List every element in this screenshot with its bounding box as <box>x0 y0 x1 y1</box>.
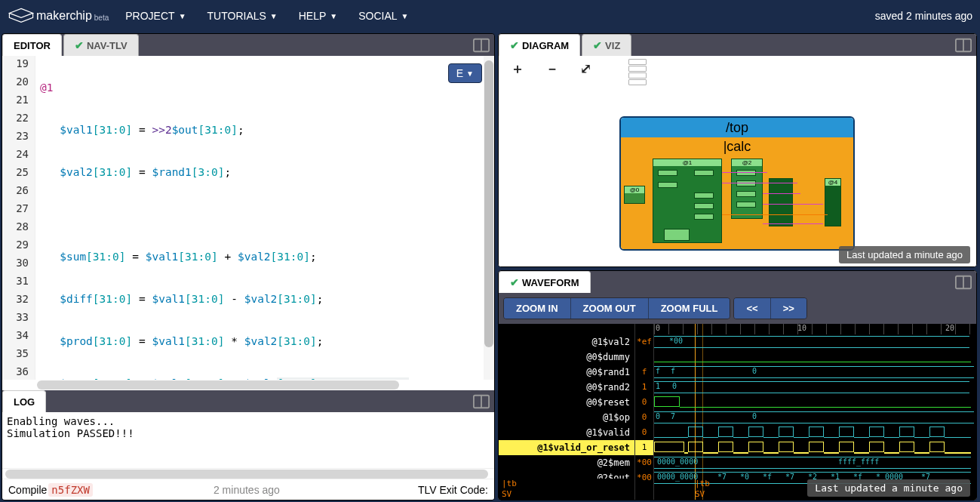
log-hscroll[interactable] <box>2 468 494 479</box>
editor-e-button[interactable]: E▼ <box>448 63 482 83</box>
wf-footer-names-right: |tb SV <box>695 479 785 500</box>
prev-button[interactable]: << <box>734 298 770 319</box>
code-editor[interactable]: 19 20 21 22 23 24 25 26 27 28 29 30 31 3… <box>2 56 494 380</box>
tab-viz[interactable]: ✔VIZ <box>582 34 631 56</box>
signal-values: *ef f 1 0 0 0 1 *00 *00 <box>634 324 654 500</box>
caret-down-icon: ▼ <box>466 69 474 78</box>
diagram-legend <box>628 59 647 85</box>
diagram-canvas[interactable]: /top |calc @0 @1 @2 <box>499 82 976 266</box>
editor-tabs: EDITOR ✔NAV-TLV <box>2 34 494 56</box>
tab-navtlv[interactable]: ✔NAV-TLV <box>63 34 139 56</box>
caret-down-icon: ▼ <box>401 12 409 20</box>
waveform-body[interactable]: @1$val2 @0$dummy @0$rand1 @0$rand2 @0$re… <box>499 324 976 500</box>
log-output[interactable]: Enabling waves... Simulation PASSED!!! <box>2 412 494 468</box>
sig-name[interactable]: @0$dummy <box>499 350 634 365</box>
diagram-tools: ＋ － ⤢ <box>499 56 976 82</box>
tab-waveform[interactable]: ✔WAVEFORM <box>499 271 591 293</box>
check-icon: ✔ <box>593 39 602 51</box>
saved-label: saved 2 minutes ago <box>875 10 972 22</box>
exit-code-label: TLV Exit Code: <box>418 484 488 496</box>
split-pane-icon[interactable] <box>473 38 490 53</box>
svg-marker-0 <box>9 8 32 17</box>
check-icon: ✔ <box>75 39 84 51</box>
check-icon: ✔ <box>510 276 519 288</box>
compile-time: 2 minutes ago <box>214 484 280 496</box>
zoom-out-button[interactable]: ZOOM OUT <box>570 298 648 319</box>
sig-name[interactable]: @1$val2 <box>499 334 634 350</box>
wf-footer-names: |tb SV <box>499 479 634 500</box>
split-pane-icon[interactable] <box>473 394 490 409</box>
compile-label: Compile <box>8 484 47 496</box>
check-icon: ✔ <box>510 39 519 51</box>
next-button[interactable]: >> <box>770 298 806 319</box>
split-pane-icon[interactable] <box>955 275 972 290</box>
logo[interactable]: makerchip beta <box>8 7 109 25</box>
logo-word: makerchip <box>36 9 92 23</box>
diagram-top-block: /top |calc @0 @1 @2 <box>619 116 855 251</box>
diagram-updated-label: Last updated a minute ago <box>839 246 970 263</box>
tab-log[interactable]: LOG <box>2 390 46 412</box>
split-pane-icon[interactable] <box>955 38 972 53</box>
log-tabs: LOG <box>2 390 494 412</box>
sig-name-highlighted[interactable]: @1$valid_or_reset <box>499 440 634 455</box>
code-area[interactable]: @1 $val1[31:0] = >>2$out[31:0]; $val2[31… <box>35 56 494 380</box>
waveform-canvas[interactable]: 0 10 20 *00 ff0 10 <box>654 324 976 500</box>
zoom-out-icon[interactable]: － <box>545 60 559 78</box>
line-gutter: 19 20 21 22 23 24 25 26 27 28 29 30 31 3… <box>2 56 35 380</box>
caret-down-icon: ▼ <box>270 12 278 20</box>
nav-tutorials[interactable]: TUTORIALS▼ <box>197 0 288 32</box>
compile-code: n5fZXW <box>48 483 93 497</box>
logo-beta: beta <box>94 14 109 22</box>
waveform-tabs: ✔WAVEFORM <box>499 271 976 293</box>
caret-down-icon: ▼ <box>330 12 337 20</box>
editor-hscroll[interactable] <box>2 380 494 390</box>
tab-editor[interactable]: EDITOR <box>2 34 62 56</box>
signal-names: @1$val2 @0$dummy @0$rand1 @0$rand2 @0$re… <box>499 324 634 500</box>
sig-name[interactable]: @1$valid <box>499 425 634 440</box>
log-footer: Compile n5fZXW 2 minutes ago TLV Exit Co… <box>2 479 494 500</box>
zoom-in-button[interactable]: ZOOM IN <box>504 298 570 319</box>
sig-name[interactable]: @1$op <box>499 410 634 425</box>
zoom-in-icon[interactable]: ＋ <box>511 60 524 78</box>
nav-help[interactable]: HELP▼ <box>288 0 348 32</box>
sig-name[interactable]: @0$rand2 <box>499 380 634 395</box>
makerchip-logo-icon <box>8 7 35 25</box>
sig-name[interactable]: @2$mem <box>499 455 634 470</box>
nav-project[interactable]: PROJECT▼ <box>115 0 196 32</box>
nav-social[interactable]: SOCIAL▼ <box>348 0 419 32</box>
waveform-toolbar: ZOOM IN ZOOM OUT ZOOM FULL << >> <box>499 293 976 324</box>
sig-name[interactable]: @0$rand1 <box>499 365 634 380</box>
zoom-full-button[interactable]: ZOOM FULL <box>648 298 730 319</box>
log-line: Enabling waves... <box>7 415 490 427</box>
waveform-updated-label: Last updated a minute ago <box>807 479 970 497</box>
top-label: /top <box>621 118 853 137</box>
diagram-tabs: ✔DIAGRAM ✔VIZ <box>499 34 976 56</box>
tab-diagram[interactable]: ✔DIAGRAM <box>499 34 580 56</box>
expand-icon[interactable]: ⤢ <box>580 60 591 77</box>
editor-vscroll[interactable] <box>484 56 494 380</box>
log-line: Simulation PASSED!!! <box>7 427 490 439</box>
calc-label: |calc <box>621 137 853 156</box>
sig-name[interactable]: @0$reset <box>499 395 634 410</box>
caret-down-icon: ▼ <box>179 12 186 20</box>
